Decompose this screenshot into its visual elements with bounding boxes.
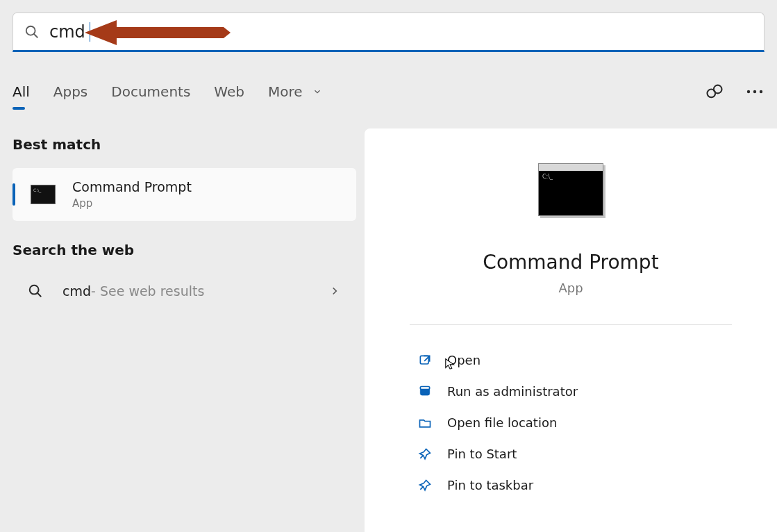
detail-title: Command Prompt <box>483 251 658 274</box>
svg-rect-13 <box>420 386 429 389</box>
detail-divider <box>410 324 732 325</box>
pin-icon <box>418 479 432 492</box>
action-run-admin[interactable]: Run as administrator <box>418 376 740 407</box>
svg-line-1 <box>34 33 38 38</box>
search-bar[interactable] <box>12 13 765 52</box>
action-label: Open file location <box>447 415 557 430</box>
svg-line-14 <box>420 455 423 458</box>
tab-web[interactable]: Web <box>214 83 244 100</box>
svg-line-15 <box>420 486 423 489</box>
web-search-result[interactable]: cmd - See web results <box>12 274 356 308</box>
svg-point-7 <box>760 90 762 93</box>
chevron-down-icon <box>312 87 322 97</box>
tab-documents[interactable]: Documents <box>111 83 190 100</box>
action-label: Run as administrator <box>447 384 578 399</box>
svg-point-5 <box>747 90 750 93</box>
search-icon <box>28 283 43 299</box>
results-body: Best match C:\_ Command Prompt App Searc… <box>0 125 777 532</box>
best-match-result[interactable]: C:\_ Command Prompt App <box>12 168 356 221</box>
search-input[interactable] <box>49 22 91 42</box>
command-prompt-icon: C:\_ <box>31 185 56 204</box>
svg-point-6 <box>753 90 756 93</box>
best-match-header: Best match <box>12 136 365 153</box>
action-label: Pin to taskbar <box>447 478 533 492</box>
results-left-column: Best match C:\_ Command Prompt App Searc… <box>0 125 365 532</box>
svg-point-4 <box>714 85 722 94</box>
tab-more[interactable]: More <box>268 83 322 100</box>
chevron-right-icon <box>328 285 341 297</box>
best-match-title: Command Prompt <box>72 179 192 194</box>
detail-app-icon: C:\_ <box>538 163 603 216</box>
tab-all[interactable]: All <box>12 83 30 100</box>
best-match-subtitle: App <box>72 197 192 210</box>
svg-point-8 <box>30 285 39 294</box>
action-open[interactable]: Open <box>418 344 740 376</box>
filter-tabs: All Apps Documents Web More <box>12 74 765 109</box>
detail-panel: C:\_ Command Prompt App Open Run as admi… <box>365 128 777 532</box>
web-query-text: cmd <box>62 283 91 299</box>
svg-point-0 <box>26 26 35 35</box>
tab-more-label: More <box>268 83 303 100</box>
open-icon <box>418 354 432 367</box>
action-open-location[interactable]: Open file location <box>418 407 740 438</box>
shield-icon <box>418 385 432 399</box>
more-options-icon[interactable] <box>745 82 765 101</box>
svg-line-9 <box>37 293 42 297</box>
tab-apps[interactable]: Apps <box>53 83 88 100</box>
detail-subtitle: App <box>558 281 583 295</box>
folder-icon <box>418 416 432 430</box>
web-query-hint: - See web results <box>91 283 204 299</box>
svg-rect-10 <box>420 356 428 364</box>
text-caret <box>90 22 90 42</box>
action-label: Open <box>447 353 481 367</box>
detail-actions: Open Run as administrator Open file loca… <box>418 344 740 501</box>
search-web-header: Search the web <box>12 242 365 258</box>
action-pin-start[interactable]: Pin to Start <box>418 438 740 469</box>
action-label: Pin to Start <box>447 447 517 461</box>
pin-icon <box>418 447 432 461</box>
search-icon <box>24 24 40 40</box>
action-pin-taskbar[interactable]: Pin to taskbar <box>418 469 740 501</box>
chat-icon[interactable] <box>705 82 724 101</box>
